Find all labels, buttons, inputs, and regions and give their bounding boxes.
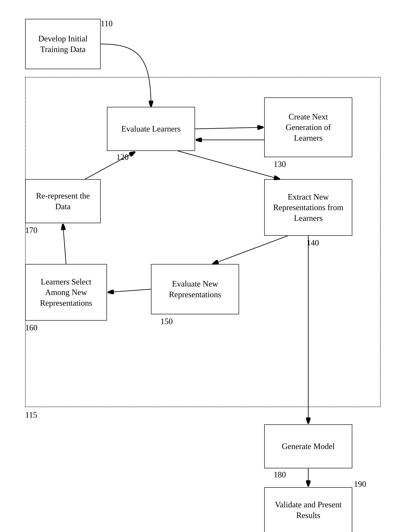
box-create-next-label: Create Next Generation of Learners [286, 111, 331, 143]
box-evaluate-learners: Evaluate Learners [107, 107, 195, 151]
label-130: 130 [274, 160, 286, 169]
box-extract-new-label: Extract New Representations from Learner… [273, 191, 343, 223]
box-extract-new: Extract New Representations from Learner… [264, 179, 352, 236]
box-create-next: Create Next Generation of Learners [264, 97, 352, 157]
box-generate-model-label: Generate Model [282, 441, 335, 452]
label-180: 180 [274, 470, 286, 479]
box-evaluate-new-label: Evaluate New Representations [169, 278, 221, 300]
label-115: 115 [25, 410, 37, 419]
box-evaluate-learners-label: Evaluate Learners [121, 124, 181, 134]
label-120: 120 [116, 152, 129, 162]
box-re-represent: Re-represent the Data [25, 179, 101, 223]
box-learners-select: Learners Select Among New Representation… [25, 264, 107, 321]
diagram-container: Develop Initial Training Data 110 115 Ev… [13, 10, 403, 525]
label-110: 110 [101, 19, 113, 28]
label-190: 190 [354, 479, 366, 489]
label-140: 140 [307, 238, 319, 247]
box-validate-label: Validate and Present Results [275, 499, 342, 521]
label-170: 170 [25, 226, 38, 235]
box-evaluate-new: Evaluate New Representations [151, 264, 239, 314]
box-generate-model: Generate Model [264, 424, 352, 468]
box-re-represent-label: Re-represent the Data [36, 190, 90, 212]
box-learners-select-label: Learners Select Among New Representation… [40, 276, 92, 308]
label-160: 160 [25, 323, 38, 332]
box-develop: Develop Initial Training Data [25, 19, 101, 69]
box-validate: Validate and Present Results [264, 487, 352, 532]
box-develop-label: Develop Initial Training Data [38, 33, 87, 55]
label-150: 150 [160, 317, 173, 326]
